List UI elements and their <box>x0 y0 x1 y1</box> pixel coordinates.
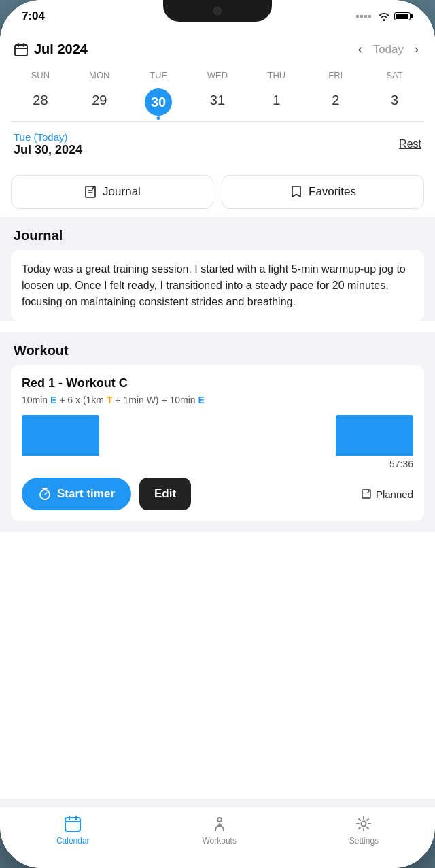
day-headers: SUN MON TUE WED THU FRI SAT <box>0 65 435 86</box>
day-2[interactable]: 2 <box>306 88 365 116</box>
full-date-label: Jul 30, 2024 <box>14 143 82 157</box>
day-header-fri: FRI <box>306 67 365 83</box>
nav-calendar-label: Calendar <box>56 836 90 846</box>
day-header-mon: MON <box>70 67 129 83</box>
journal-icon <box>84 185 97 199</box>
wifi-icon <box>378 12 390 21</box>
workout-card: Red 1 - Workout C 10min E + 6 x (1km T +… <box>11 365 424 521</box>
weekday-today: Tue (Today) <box>14 131 82 143</box>
start-timer-label: Start timer <box>57 487 115 501</box>
day-header-wed: WED <box>188 67 247 83</box>
calendar-nav-icon <box>63 814 82 833</box>
workout-description: 10min E + 6 x (1km T + 1min W) + 10min E <box>22 395 413 405</box>
day-header-sun: SUN <box>11 67 70 83</box>
settings-nav-icon <box>354 814 373 833</box>
day-3[interactable]: 3 <box>365 88 424 116</box>
journal-section-title: Journal <box>0 217 435 250</box>
weekday-label: Tue <box>14 131 31 143</box>
date-info: Tue (Today) Jul 30, 2024 Rest <box>0 122 435 167</box>
edit-button[interactable]: Edit <box>139 478 191 510</box>
status-time: 7:04 <box>22 10 45 23</box>
date-info-left: Tue (Today) Jul 30, 2024 <box>14 131 82 157</box>
journal-tab-button[interactable]: Journal <box>11 175 213 209</box>
favorites-icon <box>290 185 303 199</box>
start-timer-button[interactable]: Start timer <box>22 478 131 510</box>
day-31[interactable]: 31 <box>188 88 247 116</box>
day-30-today[interactable]: 30 <box>145 88 172 116</box>
planned-label: Planned <box>376 488 413 500</box>
workout-section: Workout Red 1 - Workout C 10min E + 6 x … <box>0 332 435 532</box>
timer-icon <box>38 487 52 501</box>
signal-icon <box>356 15 371 18</box>
rest-button[interactable]: Rest <box>399 138 421 150</box>
day-numbers: 28 29 30 31 1 2 3 <box>0 86 435 121</box>
nav-workouts-label: Workouts <box>202 836 236 846</box>
journal-text: Today was a great training session. I st… <box>22 263 406 307</box>
easy-tag-2: E <box>198 395 205 405</box>
main-content: Jul 2024 ‹ Today › SUN MON TUE WED THU F… <box>0 29 435 799</box>
calendar-title: Jul 2024 <box>14 41 88 57</box>
today-tag: (Today) <box>33 131 67 143</box>
calendar-header: Jul 2024 ‹ Today › <box>0 29 435 65</box>
nav-settings-label: Settings <box>349 836 379 846</box>
favorites-tab-label: Favorites <box>309 185 356 199</box>
day-1[interactable]: 1 <box>247 88 306 116</box>
phone-screen: 7:04 <box>0 0 435 868</box>
camera <box>213 7 222 15</box>
calendar-icon <box>14 42 29 57</box>
easy-tag: E <box>50 395 56 405</box>
prev-month-button[interactable]: ‹ <box>355 39 365 59</box>
svg-point-17 <box>362 822 366 827</box>
action-buttons: Journal Favorites <box>0 167 435 217</box>
workout-name: Red 1 - Workout C <box>22 376 413 390</box>
phone-frame: 7:04 <box>0 0 435 868</box>
chart-bar-easy-left <box>22 415 99 456</box>
workout-chart <box>22 415 413 456</box>
favorites-tab-button[interactable]: Favorites <box>222 175 424 209</box>
today-button[interactable]: Today <box>373 43 404 56</box>
tempo-tag: T <box>107 395 113 405</box>
notch <box>163 0 272 22</box>
workout-actions: Start timer Edit Planned <box>22 478 413 510</box>
nav-workouts[interactable]: Workouts <box>202 814 236 846</box>
status-icons <box>356 12 413 21</box>
svg-line-10 <box>45 493 47 495</box>
month-year-label: Jul 2024 <box>34 41 88 57</box>
battery-icon <box>394 12 413 20</box>
day-28[interactable]: 28 <box>11 88 70 116</box>
day-header-thu: THU <box>247 67 306 83</box>
chart-bar-easy-right <box>336 415 413 456</box>
day-29[interactable]: 29 <box>70 88 129 116</box>
svg-rect-0 <box>15 45 27 56</box>
workout-duration: 57:36 <box>22 458 413 469</box>
calendar-nav: ‹ Today › <box>355 39 421 59</box>
planned-button[interactable]: Planned <box>361 488 413 500</box>
next-month-button[interactable]: › <box>412 39 421 59</box>
nav-settings[interactable]: Settings <box>349 814 379 846</box>
nav-calendar[interactable]: Calendar <box>56 814 90 846</box>
workouts-nav-icon <box>210 814 229 833</box>
bottom-nav: Calendar Workouts Settings <box>0 807 435 868</box>
svg-rect-12 <box>65 818 80 831</box>
journal-section: Journal Today was a great training sessi… <box>0 217 435 321</box>
day-header-sat: SAT <box>365 67 424 83</box>
journal-tab-label: Journal <box>103 185 141 199</box>
day-header-tue: TUE <box>129 67 188 83</box>
svg-point-16 <box>218 818 222 822</box>
workout-section-title: Workout <box>0 332 435 365</box>
planned-icon <box>361 488 372 499</box>
journal-text-box[interactable]: Today was a great training session. I st… <box>11 250 424 321</box>
